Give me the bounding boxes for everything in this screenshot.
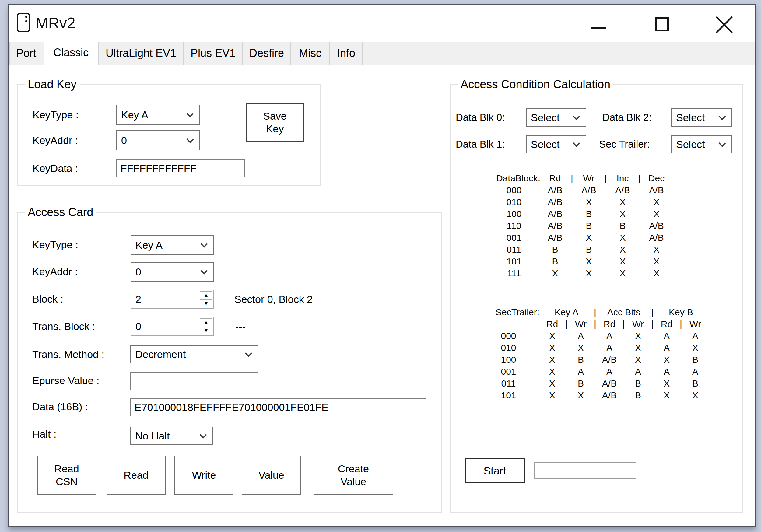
load-keytype-select[interactable]: Key A bbox=[116, 105, 200, 125]
table-row: 000XAAXAA bbox=[476, 330, 706, 342]
card-keyaddr-label: KeyAddr : bbox=[32, 265, 78, 278]
tab-classic[interactable]: Classic bbox=[43, 39, 98, 66]
app-icon[interactable] bbox=[17, 13, 30, 32]
table-cell: 001 bbox=[486, 232, 542, 244]
table-row: 011BBXX bbox=[486, 244, 670, 255]
chevron-down-icon bbox=[573, 113, 580, 120]
trans-method-value: Decrement bbox=[131, 348, 186, 360]
minimize-button[interactable] bbox=[580, 5, 617, 42]
maximize-icon bbox=[655, 17, 669, 31]
load-keyaddr-select[interactable]: 0 bbox=[116, 130, 200, 150]
close-button[interactable] bbox=[705, 5, 741, 42]
table-cell: X bbox=[627, 342, 649, 354]
table-cell: 001 bbox=[476, 366, 541, 378]
halt-label: Halt : bbox=[32, 428, 56, 441]
access-condition-group: Access Condition Calculation Data Blk 0:… bbox=[450, 84, 743, 513]
data-blk2-select[interactable]: Select bbox=[671, 108, 732, 127]
maximize-button[interactable] bbox=[643, 5, 680, 42]
tab-desfire[interactable]: Desfire bbox=[243, 42, 291, 65]
table-cell: A bbox=[599, 366, 620, 378]
table-cell: 000 bbox=[476, 330, 541, 342]
up-arrow-icon: ▲ bbox=[204, 292, 208, 298]
tab-info[interactable]: Info bbox=[330, 42, 363, 65]
load-keytype-label: KeyType : bbox=[32, 108, 79, 121]
load-keydata-input[interactable] bbox=[116, 159, 245, 177]
table-cell: X bbox=[684, 342, 706, 354]
table-cell: X bbox=[570, 342, 592, 354]
trans-block-spinner[interactable]: 0 ▲ ▼ bbox=[131, 317, 214, 336]
tab-port[interactable]: Port bbox=[9, 42, 43, 65]
access-card-group: Access Card KeyType : Key A KeyAddr : 0 … bbox=[17, 212, 442, 513]
table-cell: X bbox=[576, 267, 602, 279]
tab-plus-ev1[interactable]: Plus EV1 bbox=[184, 42, 243, 65]
table-cell: A/B bbox=[542, 196, 568, 208]
table-cell: A bbox=[627, 366, 649, 378]
data-blk1-select[interactable]: Select bbox=[526, 135, 586, 153]
table-cell: X bbox=[684, 389, 706, 401]
spin-down-button[interactable]: ▼ bbox=[200, 326, 212, 334]
value-button[interactable]: Value bbox=[242, 456, 301, 495]
table-cell: X bbox=[576, 196, 602, 208]
block-spinner[interactable]: 2 ▲ ▼ bbox=[131, 290, 214, 309]
data-blk1-label: Data Blk 1: bbox=[456, 138, 505, 151]
minimize-icon bbox=[591, 28, 606, 29]
card-keytype-select[interactable]: Key A bbox=[131, 235, 214, 255]
table-cell: A bbox=[570, 330, 592, 342]
table-cell: A bbox=[656, 342, 677, 354]
table-cell: X bbox=[576, 232, 602, 244]
chevron-down-icon bbox=[186, 110, 194, 117]
table-cell: X bbox=[643, 267, 670, 279]
table-cell: X bbox=[643, 255, 670, 267]
table-cell: X bbox=[541, 366, 563, 378]
create-value-button[interactable]: Create Value bbox=[314, 456, 393, 495]
table-cell: B bbox=[576, 220, 602, 232]
trans-method-select[interactable]: Decrement bbox=[130, 345, 259, 363]
table-cell: A/B bbox=[542, 232, 568, 244]
datablock-table: DataBlock: Rd | Wr | Inc | Dec 000A/BA/B… bbox=[486, 172, 670, 279]
table-cell: A/B bbox=[576, 184, 602, 196]
table-cell: X bbox=[542, 267, 568, 279]
table-cell: 110 bbox=[486, 220, 542, 232]
spin-up-button[interactable]: ▲ bbox=[200, 318, 212, 326]
sectrailer-table-header-groups: SecTrailer: Key A | Acc Bits | Key B bbox=[476, 306, 706, 318]
write-button[interactable]: Write bbox=[174, 456, 233, 495]
read-button[interactable]: Read bbox=[106, 456, 166, 495]
tab-ultralight-ev1[interactable]: UltraLight EV1 bbox=[98, 42, 184, 65]
table-row: 000A/BA/BA/BA/B bbox=[486, 184, 670, 196]
card-keyaddr-select[interactable]: 0 bbox=[131, 262, 214, 281]
chevron-down-icon bbox=[718, 140, 726, 147]
window-title: MRv2 bbox=[35, 5, 76, 42]
table-cell: B bbox=[627, 389, 649, 401]
halt-select[interactable]: No Halt bbox=[130, 427, 213, 445]
epurse-input[interactable] bbox=[130, 372, 259, 390]
read-csn-button[interactable]: Read CSN bbox=[37, 456, 96, 495]
load-keytype-value: Key A bbox=[117, 109, 148, 121]
spin-down-button[interactable]: ▼ bbox=[200, 300, 212, 307]
table-cell: X bbox=[643, 196, 670, 208]
table-cell: B bbox=[576, 244, 602, 255]
table-cell: A/B bbox=[599, 389, 620, 401]
tab-misc[interactable]: Misc bbox=[291, 42, 330, 65]
data16b-input[interactable] bbox=[130, 398, 426, 416]
save-key-button[interactable]: Save Key bbox=[246, 103, 304, 142]
table-cell: B bbox=[684, 354, 706, 366]
table-cell: A/B bbox=[542, 184, 568, 196]
table-cell: X bbox=[656, 354, 677, 366]
sectrailer-table-header-subcols: Rd | Wr | Rd | Wr | Rd | Wr bbox=[476, 318, 706, 330]
sec-trailer-select[interactable]: Select bbox=[671, 135, 732, 153]
table-cell: A/B bbox=[599, 354, 620, 366]
start-button[interactable]: Start bbox=[465, 458, 525, 483]
table-cell: X bbox=[576, 255, 602, 267]
table-cell: X bbox=[610, 232, 636, 244]
trans-block-info-text: --- bbox=[235, 320, 246, 333]
data-blk0-select[interactable]: Select bbox=[526, 108, 586, 127]
result-input[interactable] bbox=[534, 462, 636, 479]
spin-up-button[interactable]: ▲ bbox=[200, 291, 212, 299]
table-cell: A bbox=[656, 330, 677, 342]
table-cell: B bbox=[684, 378, 706, 389]
sectrailer-table-body: 000XAAXAA010XXAXAX100XBA/BXXB001XAAAAA01… bbox=[476, 330, 706, 401]
chevron-down-icon bbox=[200, 267, 207, 274]
table-cell: B bbox=[627, 378, 649, 389]
block-label: Block : bbox=[32, 292, 63, 305]
table-cell: A/B bbox=[643, 232, 670, 244]
